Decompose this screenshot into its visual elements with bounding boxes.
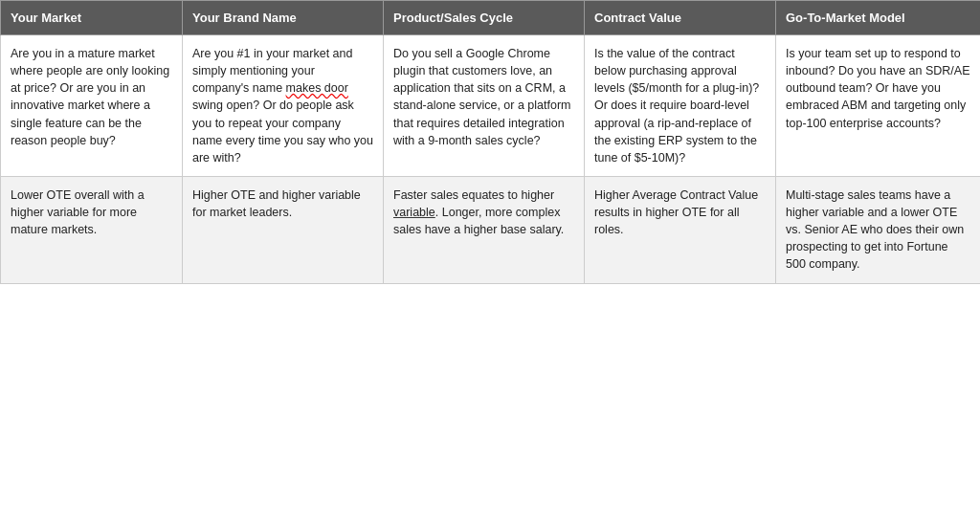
wavy-underline-text: makes door xyxy=(286,81,348,95)
table-cell-brand-top: Are you #1 in your market and simply men… xyxy=(183,35,384,177)
table-cell-sales-cycle-top: Do you sell a Google Chrome plugin that … xyxy=(384,35,585,177)
table-cell-market-top: Are you in a mature market where people … xyxy=(1,35,183,177)
header-cell-contract-value: Contract Value xyxy=(585,1,776,35)
table-cell-market-bottom: Lower OTE overall with a higher variable… xyxy=(1,176,183,283)
table-row-top-row: Are you in a mature market where people … xyxy=(1,35,981,177)
header-cell-your-brand-name: Your Brand Name xyxy=(183,1,384,35)
table-cell-gtm-bottom: Multi-stage sales teams have a higher va… xyxy=(776,176,981,283)
table-row-bottom-row: Lower OTE overall with a higher variable… xyxy=(1,176,981,283)
header-cell-your-market: Your Market xyxy=(1,1,183,35)
main-table: Your MarketYour Brand NameProduct/Sales … xyxy=(0,0,980,284)
header-cell-product-sales-cycle: Product/Sales Cycle xyxy=(384,1,585,35)
table-cell-brand-bottom: Higher OTE and higher variable for marke… xyxy=(183,176,384,283)
underline-text: variable xyxy=(393,206,435,219)
table-cell-gtm-top: Is your team set up to respond to inboun… xyxy=(776,35,981,177)
header-row: Your MarketYour Brand NameProduct/Sales … xyxy=(1,1,981,35)
table-cell-contract-value-bottom: Higher Average Contract Value results in… xyxy=(585,176,776,283)
table-cell-contract-value-top: Is the value of the contract below purch… xyxy=(585,35,776,177)
header-cell-go-to-market-model: Go-To-Market Model xyxy=(776,1,981,35)
table-cell-sales-cycle-bottom: Faster sales equates to higher variable.… xyxy=(384,176,585,283)
